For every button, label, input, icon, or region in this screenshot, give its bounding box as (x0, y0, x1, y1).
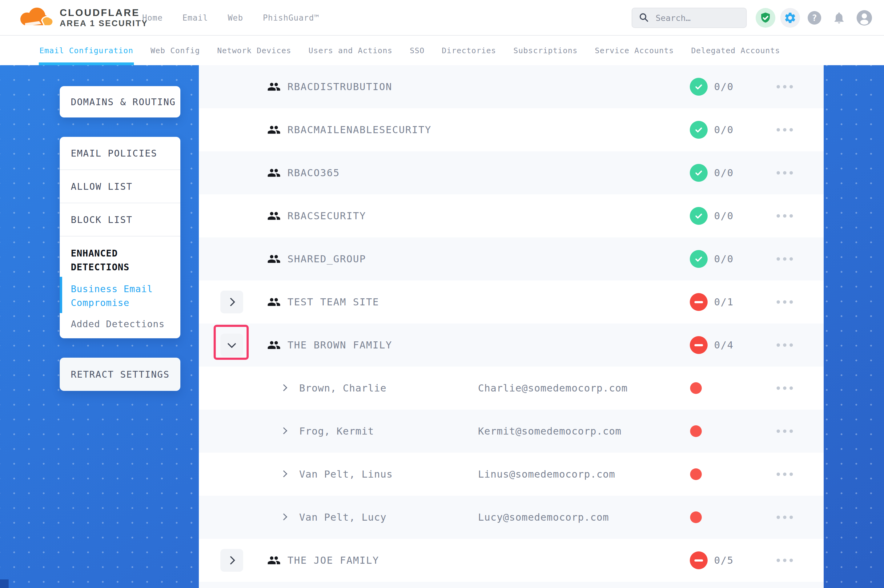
status-pass-badge (690, 250, 708, 268)
app-header: CLOUDFLARE AREA 1 SECURITY Home Email We… (0, 0, 884, 36)
collapse-row-button[interactable] (220, 334, 243, 356)
member-chevron-icon[interactable] (280, 470, 287, 477)
settings-button[interactable] (780, 8, 800, 28)
sidebar-item-domains-routing[interactable]: DOMAINS & ROUTING (60, 86, 180, 117)
help-button[interactable]: ? (804, 8, 824, 28)
table-row-member: Brown, Charlie Charlie@somedemocorp.com (199, 367, 824, 410)
check-icon (694, 211, 704, 221)
row-actions-menu[interactable] (775, 512, 795, 524)
nav-home[interactable]: Home (142, 13, 163, 22)
user-menu-button[interactable] (854, 8, 874, 28)
gear-icon (784, 11, 797, 24)
shield-check-icon (759, 12, 772, 24)
member-name: Brown, Charlie (299, 382, 386, 394)
security-shield-button[interactable] (756, 8, 775, 28)
tab-users-and-actions[interactable]: Users and Actions (308, 36, 392, 65)
member-chevron-icon[interactable] (280, 427, 287, 434)
status-count: 0/1 (714, 296, 734, 308)
status-count: 0/0 (714, 124, 734, 136)
status-count: 0/0 (714, 167, 734, 178)
tab-delegated-accounts[interactable]: Delegated Accounts (691, 36, 780, 65)
status-count: 0/0 (714, 210, 734, 222)
nav-web[interactable]: Web (228, 13, 243, 22)
member-name: Van Pelt, Linus (299, 468, 393, 480)
sidebar-item-email-policies[interactable]: EMAIL POLICIES (60, 137, 180, 170)
row-actions-menu[interactable] (775, 425, 795, 437)
row-actions-menu[interactable] (775, 167, 795, 179)
member-chevron-icon[interactable] (280, 513, 287, 520)
sidebar-item-added-detections[interactable]: Added Detections (71, 317, 170, 331)
search-icon (639, 13, 649, 23)
scroll-corner (0, 579, 9, 588)
group-icon (267, 554, 281, 567)
row-actions-menu[interactable] (775, 555, 795, 567)
status-fail-dot (690, 382, 702, 394)
tab-service-accounts[interactable]: Service Accounts (595, 36, 674, 65)
group-icon (267, 209, 281, 223)
table-row-group: RBACMAILENABLESECURITY 0/0 (199, 108, 824, 151)
nav-phishguard[interactable]: PhishGuard™ (263, 13, 319, 22)
row-actions-menu[interactable] (775, 339, 795, 351)
check-icon (694, 168, 704, 178)
member-email: Linus@somedemocorp.com (478, 468, 615, 480)
table-row-group: RBACDISTRUBUTION 0/0 (199, 65, 824, 108)
search-input[interactable] (655, 13, 739, 23)
row-actions-menu[interactable] (775, 468, 795, 480)
group-name: RBACDISTRUBUTION (287, 81, 392, 93)
primary-nav: Home Email Web PhishGuard™ (142, 0, 319, 36)
tab-email-configuration[interactable]: Email Configuration (39, 36, 133, 65)
expand-row-button[interactable] (220, 291, 243, 314)
group-name: RBACSECURITY (287, 210, 366, 222)
status-count: 0/0 (714, 253, 734, 265)
sidebar-email-policies-card: EMAIL POLICIES ALLOW LIST BLOCK LIST ENH… (60, 137, 180, 338)
sidebar-item-allow-list[interactable]: ALLOW LIST (60, 170, 180, 203)
check-icon (694, 254, 704, 264)
retract-settings-label: RETRACT SETTINGS (71, 369, 170, 380)
status-fail-dot (690, 512, 702, 523)
table-row-group: RBACO365 0/0 (199, 151, 824, 194)
tab-network-devices[interactable]: Network Devices (217, 36, 292, 65)
minus-icon (695, 301, 703, 303)
bell-icon (832, 11, 846, 25)
status-pass-badge (690, 78, 708, 96)
row-actions-menu[interactable] (775, 210, 795, 222)
table-row-group: SHARED_GROUP 0/0 (199, 237, 824, 280)
table-row-member: Van Pelt, Lucy Lucy@somedemocorp.com (199, 496, 824, 539)
row-actions-menu[interactable] (775, 124, 795, 136)
member-chevron-icon[interactable] (280, 384, 287, 391)
secondary-nav: Email Configuration Web Config Network D… (0, 36, 884, 65)
group-name: SHARED_GROUP (287, 253, 366, 265)
status-fail-dot (690, 468, 702, 480)
cloudflare-logo[interactable]: CLOUDFLARE AREA 1 SECURITY (18, 3, 148, 33)
tab-web-config[interactable]: Web Config (150, 36, 200, 65)
enhanced-detections-section: ENHANCED DETECTIONS Business Email Compr… (60, 237, 180, 331)
row-actions-menu[interactable] (775, 81, 795, 93)
directory-table: RBACDISTRUBUTION 0/0 RBACMAILENABLESECUR… (199, 65, 824, 588)
status-count: 0/4 (714, 339, 734, 351)
group-icon (267, 166, 281, 180)
sidebar-item-block-list[interactable]: BLOCK LIST (60, 203, 180, 237)
sidebar-item-retract-settings[interactable]: RETRACT SETTINGS (60, 358, 180, 391)
user-avatar-icon (856, 10, 872, 26)
chevron-right-icon (227, 556, 235, 565)
search-box[interactable] (631, 8, 747, 28)
cloudflare-cloud-icon (18, 6, 55, 30)
member-email: Lucy@somedemocorp.com (478, 512, 609, 523)
domains-routing-label: DOMAINS & ROUTING (71, 97, 176, 107)
status-fail-badge (690, 293, 708, 311)
group-name: THE BROWN FAMILY (287, 339, 392, 351)
brand-text: CLOUDFLARE AREA 1 SECURITY (60, 7, 148, 28)
row-actions-menu[interactable] (775, 253, 795, 265)
row-actions-menu[interactable] (775, 296, 795, 308)
sidebar-item-business-email-compromise[interactable]: Business Email Compromise (71, 282, 170, 310)
status-pass-badge (690, 121, 708, 139)
expand-row-button[interactable] (220, 549, 243, 572)
row-actions-menu[interactable] (775, 382, 795, 394)
notifications-button[interactable] (829, 8, 849, 28)
nav-email[interactable]: Email (182, 13, 208, 22)
tab-directories[interactable]: Directories (442, 36, 496, 65)
tab-sso[interactable]: SSO (410, 36, 424, 65)
table-row-partial (199, 582, 824, 588)
tab-subscriptions[interactable]: Subscriptions (513, 36, 578, 65)
status-count: 0/5 (714, 555, 734, 566)
